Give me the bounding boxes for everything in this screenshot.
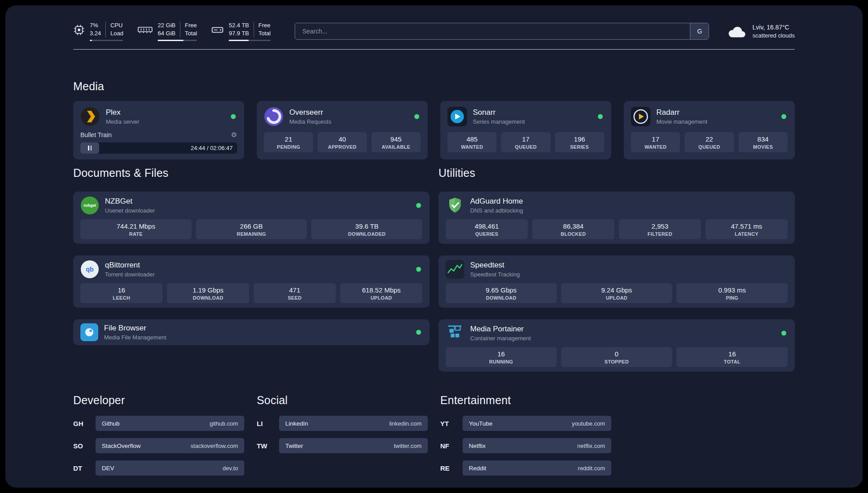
stat-tile: 744.21 MbpsRATE <box>80 219 192 239</box>
stat-tile: 17QUEUED <box>501 132 550 152</box>
service-card-adguard[interactable]: AdGuard Home DNS and adblocking 498,461Q… <box>438 192 795 244</box>
section-title-media: Media <box>73 80 795 93</box>
bookmark-reddit[interactable]: RE Redditreddit.com <box>440 460 611 476</box>
stat-tile: 16LEECH <box>80 283 163 303</box>
bookmark-url: github.com <box>209 420 238 427</box>
bookmark-name: DEV <box>102 465 114 472</box>
status-dot <box>231 114 236 119</box>
memory-free-value: 22 GiB <box>158 21 175 29</box>
service-card-overseerr[interactable]: Overseerr Media Requests 21PENDING 40APP… <box>257 101 428 159</box>
service-subtitle: Media File Management <box>104 334 166 341</box>
bookmark-url: youtube.com <box>572 420 605 427</box>
service-card-speedtest[interactable]: Speedtest Speedtest Tracking 9.65 GbpsDO… <box>438 255 795 308</box>
speedtest-icon <box>446 260 464 279</box>
topbar: 7% 3.24 CPU Load <box>73 21 795 42</box>
bookmark-abbr: SO <box>73 442 90 450</box>
search-input[interactable] <box>295 23 690 39</box>
service-name: Sonarr <box>473 108 525 117</box>
gear-icon[interactable] <box>231 131 237 139</box>
cpu-label-bottom: Load <box>110 29 123 38</box>
stat-tile: 618.52 MbpsUPLOAD <box>340 283 422 303</box>
stat-tile: 9.24 GbpsUPLOAD <box>561 283 672 303</box>
bookmarks-social: Social LI LinkedInlinkedin.com TW Twitte… <box>257 394 428 476</box>
sonarr-icon <box>447 107 467 126</box>
bookmark-url: netflix.com <box>577 443 605 449</box>
cpu-icon <box>73 24 85 36</box>
qbittorrent-icon: qb <box>80 260 99 279</box>
service-name: File Browser <box>104 324 166 333</box>
bookmark-name: YouTube <box>469 420 492 427</box>
section-title-documents: Documents & Files <box>73 167 430 180</box>
memory-label-bottom: Total <box>185 29 197 38</box>
cpu-monitor: 7% 3.24 CPU Load <box>73 21 123 41</box>
disk-usage-bar <box>229 40 271 41</box>
portainer-icon <box>446 324 464 343</box>
bookmark-youtube[interactable]: YT YouTubeyoutube.com <box>440 416 611 431</box>
bookmark-url: twitter.com <box>394 443 421 449</box>
bookmark-dev[interactable]: DT DEVdev.to <box>73 460 244 476</box>
service-card-plex[interactable]: Plex Media server Bullet Train 24:44 / 0… <box>73 101 244 159</box>
bookmark-name: Twitter <box>285 443 303 449</box>
cpu-usage-bar <box>90 40 123 41</box>
service-subtitle: DNS and adblocking <box>470 207 523 214</box>
memory-total-value: 64 GiB <box>158 29 175 38</box>
now-playing-title: Bullet Train <box>80 131 112 138</box>
bookmark-netflix[interactable]: NF Netflixnetflix.com <box>440 438 611 453</box>
stat-tile: 485WANTED <box>447 132 497 152</box>
service-card-filebrowser[interactable]: File Browser Media File Management <box>73 319 430 345</box>
bookmark-name: Netflix <box>469 443 486 449</box>
search-provider-button[interactable]: G <box>690 23 709 39</box>
service-card-qbittorrent[interactable]: qb qBittorrent Torrent downloader 16LEEC… <box>73 255 430 308</box>
section-title-social: Social <box>257 394 428 407</box>
svg-text:nzbget: nzbget <box>83 203 96 208</box>
stat-tile: 9.65 GbpsDOWNLOAD <box>446 283 557 303</box>
pause-icon <box>88 146 89 150</box>
adguard-icon <box>446 196 464 215</box>
playback-time: 24:44 / 02:06:47 <box>191 145 233 151</box>
bookmark-stackoverflow[interactable]: SO StackOverflowstackoverflow.com <box>73 438 244 453</box>
bookmark-name: StackOverflow <box>102 443 141 449</box>
dashboard: 7% 3.24 CPU Load <box>5 5 863 488</box>
cpu-label-top: CPU <box>110 21 123 29</box>
stat-tile: 22QUEUED <box>684 132 734 152</box>
svg-text:qb: qb <box>86 266 94 273</box>
disk-total-value: 97.9 TB <box>229 29 249 38</box>
service-name: qBittorrent <box>105 261 154 270</box>
service-name: NZBGet <box>105 197 155 206</box>
stat-tile: 86,384BLOCKED <box>532 219 614 239</box>
bookmark-url: reddit.com <box>578 465 605 472</box>
stat-tile: 266 GBREMAINING <box>196 219 307 239</box>
nzbget-icon: nzbget <box>80 196 99 215</box>
stat-tile: 16RUNNING <box>446 347 557 367</box>
ram-icon <box>138 24 153 36</box>
bookmark-abbr: DT <box>73 464 90 472</box>
pause-icon <box>91 146 92 150</box>
bookmark-abbr: YT <box>440 420 457 427</box>
status-dot <box>414 114 419 119</box>
service-subtitle: Container management <box>470 335 531 342</box>
bookmark-abbr: NF <box>440 442 457 450</box>
service-subtitle: Media server <box>106 118 139 125</box>
service-card-radarr[interactable]: Radarr Movie management 17WANTED 22QUEUE… <box>624 101 795 159</box>
topbar-divider <box>73 49 795 50</box>
stat-tile: 945AVAILABLE <box>371 132 421 152</box>
service-card-nzbget[interactable]: nzbget NZBGet Usenet downloader 744.21 M… <box>73 192 430 244</box>
stat-tile: 498,461QUERIES <box>446 219 528 239</box>
service-subtitle: Usenet downloader <box>105 207 155 214</box>
service-card-portainer[interactable]: Media Portainer Container management 16R… <box>438 319 795 372</box>
stat-tile: 2,953FILTERED <box>619 219 701 239</box>
bookmark-abbr: TW <box>257 442 274 450</box>
bookmark-linkedin[interactable]: LI LinkedInlinkedin.com <box>257 416 428 431</box>
cpu-percent: 7% <box>90 21 101 29</box>
status-dot <box>416 203 421 208</box>
playback-progress-bar[interactable]: 24:44 / 02:06:47 <box>80 142 237 154</box>
search-bar[interactable]: G <box>295 23 709 40</box>
bookmark-twitter[interactable]: TW Twittertwitter.com <box>257 438 428 453</box>
status-dot <box>416 267 421 272</box>
disk-free-value: 52.4 TB <box>229 21 249 29</box>
bookmark-github[interactable]: GH Githubgithub.com <box>73 416 244 431</box>
service-subtitle: Movie management <box>656 118 707 125</box>
pause-button[interactable] <box>80 142 99 154</box>
bookmarks-entertainment: Entertainment YT YouTubeyoutube.com NF N… <box>440 394 611 476</box>
service-card-sonarr[interactable]: Sonarr Series management 485WANTED 17QUE… <box>440 101 611 159</box>
